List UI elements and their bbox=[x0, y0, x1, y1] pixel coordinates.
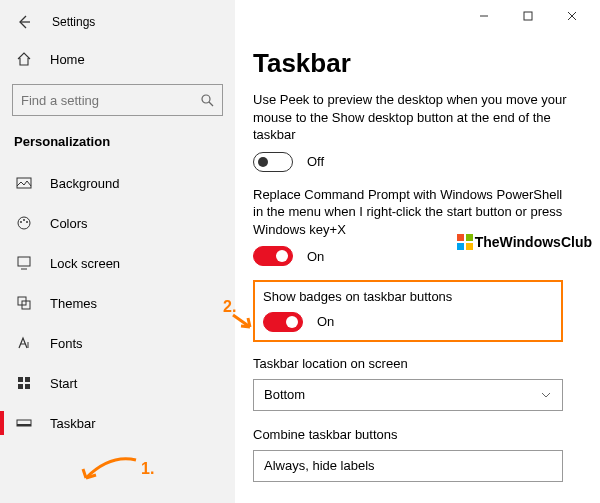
powershell-state: On bbox=[307, 249, 324, 264]
taskbar-icon bbox=[16, 415, 32, 431]
sidebar-item-taskbar[interactable]: Taskbar bbox=[0, 403, 235, 443]
nav-label: Taskbar bbox=[50, 416, 96, 431]
location-value: Bottom bbox=[264, 387, 305, 402]
minimize-button[interactable] bbox=[462, 2, 506, 30]
minimize-icon bbox=[479, 11, 489, 21]
themes-icon bbox=[16, 295, 32, 311]
combine-value: Always, hide labels bbox=[264, 458, 375, 473]
search-field[interactable] bbox=[21, 93, 181, 108]
watermark-text: TheWindowsClub bbox=[475, 234, 592, 250]
search-input[interactable] bbox=[12, 84, 223, 116]
palette-icon bbox=[16, 215, 32, 231]
location-dropdown[interactable]: Bottom bbox=[253, 379, 563, 411]
back-button[interactable] bbox=[14, 12, 34, 32]
svg-rect-12 bbox=[25, 384, 30, 389]
window-controls bbox=[462, 2, 594, 30]
svg-rect-6 bbox=[18, 257, 30, 266]
settings-title: Settings bbox=[52, 15, 95, 29]
peek-description: Use Peek to preview the desktop when you… bbox=[253, 91, 573, 144]
sidebar-item-start[interactable]: Start bbox=[0, 363, 235, 403]
maximize-icon bbox=[523, 11, 533, 21]
badges-highlight: Show badges on taskbar buttons On bbox=[253, 280, 563, 342]
sidebar-item-home[interactable]: Home bbox=[0, 40, 235, 78]
sidebar-item-fonts[interactable]: Fonts bbox=[0, 323, 235, 363]
start-icon bbox=[16, 375, 32, 391]
svg-rect-11 bbox=[18, 384, 23, 389]
nav-list: Background Colors Lock screen Themes Fon… bbox=[0, 163, 235, 443]
main-content: Taskbar Use Peek to preview the desktop … bbox=[235, 0, 600, 503]
svg-point-3 bbox=[20, 221, 22, 223]
svg-rect-14 bbox=[17, 424, 31, 426]
maximize-button[interactable] bbox=[506, 2, 550, 30]
close-icon bbox=[567, 11, 577, 21]
peek-state: Off bbox=[307, 154, 324, 169]
picture-icon bbox=[16, 175, 32, 191]
page-title: Taskbar bbox=[253, 48, 582, 79]
nav-label: Fonts bbox=[50, 336, 83, 351]
sidebar: Settings Home Personalization Background… bbox=[0, 0, 235, 503]
sidebar-item-lockscreen[interactable]: Lock screen bbox=[0, 243, 235, 283]
nav-label: Colors bbox=[50, 216, 88, 231]
powershell-description: Replace Command Prompt with Windows Powe… bbox=[253, 186, 573, 239]
annotation-arrow-2 bbox=[230, 312, 256, 334]
windows-logo-icon bbox=[457, 234, 473, 250]
nav-label: Lock screen bbox=[50, 256, 120, 271]
fonts-icon bbox=[16, 335, 32, 351]
combine-dropdown[interactable]: Always, hide labels bbox=[253, 450, 563, 482]
nav-label: Start bbox=[50, 376, 77, 391]
badges-label: Show badges on taskbar buttons bbox=[263, 288, 553, 306]
home-label: Home bbox=[50, 52, 85, 67]
section-title: Personalization bbox=[0, 126, 235, 163]
peek-toggle[interactable] bbox=[253, 152, 293, 172]
badges-state: On bbox=[317, 314, 334, 329]
sidebar-item-background[interactable]: Background bbox=[0, 163, 235, 203]
watermark: TheWindowsClub bbox=[457, 234, 592, 250]
annotation-1: 1. bbox=[141, 460, 154, 478]
sidebar-item-themes[interactable]: Themes bbox=[0, 283, 235, 323]
location-label: Taskbar location on screen bbox=[253, 356, 582, 371]
svg-rect-9 bbox=[18, 377, 23, 382]
nav-label: Themes bbox=[50, 296, 97, 311]
svg-point-4 bbox=[23, 219, 25, 221]
lock-screen-icon bbox=[16, 255, 32, 271]
annotation-arrow-1 bbox=[80, 454, 140, 488]
combine-label: Combine taskbar buttons bbox=[253, 427, 582, 442]
chevron-down-icon bbox=[540, 389, 552, 401]
close-button[interactable] bbox=[550, 2, 594, 30]
svg-point-5 bbox=[26, 221, 28, 223]
nav-label: Background bbox=[50, 176, 119, 191]
svg-point-2 bbox=[18, 217, 30, 229]
arrow-left-icon bbox=[16, 14, 32, 30]
svg-point-0 bbox=[202, 95, 210, 103]
sidebar-item-colors[interactable]: Colors bbox=[0, 203, 235, 243]
search-icon bbox=[200, 93, 214, 107]
home-icon bbox=[16, 51, 32, 67]
powershell-toggle[interactable] bbox=[253, 246, 293, 266]
svg-rect-10 bbox=[25, 377, 30, 382]
badges-toggle[interactable] bbox=[263, 312, 303, 332]
svg-rect-15 bbox=[524, 12, 532, 20]
